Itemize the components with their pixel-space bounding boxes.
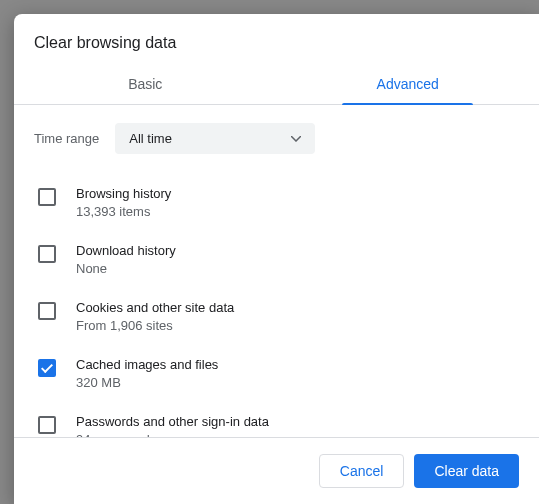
time-range-row: Time range All time [34, 123, 519, 154]
dialog-body: Time range All time Browsing history 13,… [14, 105, 539, 437]
item-cookies[interactable]: Cookies and other site data From 1,906 s… [34, 290, 519, 347]
tab-basic[interactable]: Basic [14, 66, 277, 104]
item-sub: None [76, 261, 176, 276]
dialog-footer: Cancel Clear data [14, 438, 539, 504]
chevron-down-icon [291, 136, 301, 142]
item-title: Browsing history [76, 186, 171, 201]
cancel-button[interactable]: Cancel [319, 454, 405, 488]
item-title: Cached images and files [76, 357, 218, 372]
checkbox-cookies[interactable] [38, 302, 56, 320]
item-title: Download history [76, 243, 176, 258]
checkbox-cached[interactable] [38, 359, 56, 377]
tabs: Basic Advanced [14, 66, 539, 105]
time-range-label: Time range [34, 131, 99, 146]
item-passwords[interactable]: Passwords and other sign-in data 94 pass… [34, 404, 519, 437]
item-browsing-history[interactable]: Browsing history 13,393 items [34, 176, 519, 233]
item-title: Cookies and other site data [76, 300, 234, 315]
checkbox-download-history[interactable] [38, 245, 56, 263]
checkbox-browsing-history[interactable] [38, 188, 56, 206]
item-sub: 320 MB [76, 375, 218, 390]
clear-data-button[interactable]: Clear data [414, 454, 519, 488]
checkbox-passwords[interactable] [38, 416, 56, 434]
item-sub: From 1,906 sites [76, 318, 234, 333]
clear-browsing-data-dialog: Clear browsing data Basic Advanced Time … [14, 14, 539, 504]
item-sub: 94 passwords [76, 432, 269, 437]
item-download-history[interactable]: Download history None [34, 233, 519, 290]
tab-advanced[interactable]: Advanced [277, 66, 540, 104]
item-sub: 13,393 items [76, 204, 171, 219]
time-range-select[interactable]: All time [115, 123, 315, 154]
item-cached[interactable]: Cached images and files 320 MB [34, 347, 519, 404]
item-title: Passwords and other sign-in data [76, 414, 269, 429]
dialog-title: Clear browsing data [14, 14, 539, 66]
time-range-value: All time [129, 131, 172, 146]
